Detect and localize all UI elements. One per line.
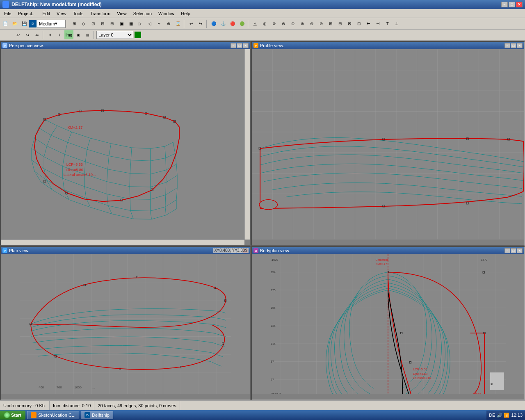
maximize-button[interactable]: □ xyxy=(509,2,515,7)
tb-undo[interactable]: ↩ xyxy=(187,19,196,28)
svg-text:194: 194 xyxy=(271,271,276,274)
separator5 xyxy=(43,31,44,39)
tb-btn27[interactable]: ⊠ xyxy=(345,19,354,28)
tb-btn10[interactable]: ⌖ xyxy=(155,19,164,28)
tb-btn5[interactable]: ⊞ xyxy=(107,19,116,28)
svg-text:Centerline: Centerline xyxy=(375,258,388,261)
tb-btn15[interactable]: 🔴 xyxy=(228,19,237,28)
tb-btn7[interactable]: ▦ xyxy=(126,19,135,28)
tb-btn25[interactable]: ⊞ xyxy=(326,19,335,28)
menu-edit[interactable]: Edit xyxy=(39,9,53,18)
tb-btn11[interactable]: ⊕ xyxy=(164,19,173,28)
tb-btn28[interactable]: ⊡ xyxy=(354,19,363,28)
profile-view: P Profile view. − □ ✕ xyxy=(251,41,525,246)
svg-text:700: 700 xyxy=(57,386,62,389)
bodyplan-svg: -1570 -1309 -1047 -785 -523 -262 Centerl… xyxy=(252,254,524,394)
menu-file[interactable]: File xyxy=(1,9,15,18)
bodyplan-maximize[interactable]: □ xyxy=(511,248,516,253)
tb-btn8[interactable]: ▷ xyxy=(136,19,145,28)
tb-btn20[interactable]: ⊘ xyxy=(279,19,288,28)
layer-select[interactable]: Layer 0 xyxy=(96,31,133,39)
svg-text:136: 136 xyxy=(271,324,276,327)
tb2-btn7[interactable]: ▣ xyxy=(74,30,83,39)
menu-view[interactable]: View xyxy=(53,9,70,18)
profile-minimize[interactable]: − xyxy=(504,43,510,48)
profile-maximize[interactable]: □ xyxy=(511,43,516,48)
layer-color-swatch[interactable] xyxy=(135,32,141,38)
titlebar-controls: − □ ✕ xyxy=(501,2,523,7)
tb-btn2[interactable]: ◇ xyxy=(79,19,88,28)
tb-btn19[interactable]: ⊗ xyxy=(269,19,278,28)
svg-text:Base 0: Base 0 xyxy=(271,392,281,394)
bodyplan-titlebar: B Bodyplan view. − □ ✕ xyxy=(252,247,524,254)
bodyplan-close[interactable]: ✕ xyxy=(517,248,523,253)
menu-transform[interactable]: Transform xyxy=(87,9,114,18)
tb2-btn5[interactable]: ✧ xyxy=(55,30,64,39)
perspective-close[interactable]: ✕ xyxy=(243,43,249,48)
tb-btn21[interactable]: ⊙ xyxy=(288,19,297,28)
tb-btn31[interactable]: ⊤ xyxy=(383,19,392,28)
tb2-btn6[interactable]: img xyxy=(64,30,73,39)
quality-dropdown[interactable]: Medium▾ xyxy=(37,20,66,28)
tb-btn22[interactable]: ⊛ xyxy=(298,19,307,28)
taskbar-delftship[interactable]: D Delftship xyxy=(81,411,113,419)
svg-text:1570: 1570 xyxy=(481,258,488,261)
tb-btn24[interactable]: ⊝ xyxy=(317,19,326,28)
system-tray: DE 🔊 📶 12:13 xyxy=(486,411,525,420)
tb-btn4[interactable]: ⊟ xyxy=(98,19,107,28)
tb-btn23[interactable]: ⊜ xyxy=(307,19,316,28)
bodyplan-minimize[interactable]: − xyxy=(504,248,510,253)
toolbar1: 📄 📂 💾 D Medium▾ ⊞ ◇ ⊡ ⊟ ⊞ ▣ ▦ ▷ ◁ ⌖ ⊕ ⌛ … xyxy=(0,18,525,30)
perspective-maximize[interactable]: □ xyxy=(237,43,242,48)
menu-selection[interactable]: Selection xyxy=(130,9,155,18)
svg-text:Disp=3.68: Disp=3.68 xyxy=(413,372,428,376)
tb-btn17[interactable]: △ xyxy=(251,19,260,28)
tb-btn14[interactable]: ⚓ xyxy=(219,19,228,28)
tb-btn30[interactable]: ⊣ xyxy=(373,19,382,28)
svg-text:97: 97 xyxy=(271,360,274,363)
profile-title: Profile view. xyxy=(260,43,284,48)
tb-btn16[interactable]: 🟢 xyxy=(237,19,247,28)
start-button[interactable]: Start xyxy=(0,411,25,420)
tb-redo[interactable]: ↪ xyxy=(196,19,205,28)
tb2-btn2[interactable]: ↪ xyxy=(23,30,32,39)
app-icon xyxy=(2,1,9,8)
tb2-btn4[interactable]: ✦ xyxy=(46,30,55,39)
tb-btn32[interactable]: ⊥ xyxy=(392,19,401,28)
tb2-btn3[interactable]: ⇐ xyxy=(32,30,41,39)
tb-open[interactable]: 📂 xyxy=(10,19,19,28)
svg-text:▣: ▣ xyxy=(491,382,493,385)
perspective-vscroll[interactable] xyxy=(244,49,250,240)
menu-view2[interactable]: View xyxy=(114,9,130,18)
menu-project[interactable]: Project... xyxy=(15,9,39,18)
tb-btn12[interactable]: ⌛ xyxy=(173,19,183,28)
menu-window[interactable]: Window xyxy=(155,9,178,18)
menu-tools[interactable]: Tools xyxy=(70,9,87,18)
incr-distance: Incr. distance: 0.10 xyxy=(50,401,94,410)
close-button[interactable]: ✕ xyxy=(516,2,523,7)
tb-btn6[interactable]: ▣ xyxy=(117,19,126,28)
perspective-minimize[interactable]: − xyxy=(231,43,236,48)
tb-btn26[interactable]: ⊟ xyxy=(336,19,345,28)
menu-help[interactable]: Help xyxy=(178,9,194,18)
tb2-btn8[interactable]: ▤ xyxy=(83,30,92,39)
tb-btn9[interactable]: ◁ xyxy=(145,19,154,28)
tb-btn18[interactable]: ◎ xyxy=(260,19,269,28)
perspective-hscroll[interactable] xyxy=(1,240,244,245)
perspective-view: P Perspective view. − □ ✕ xyxy=(0,41,251,246)
tb-save[interactable]: 💾 xyxy=(20,19,29,28)
tb-btn29[interactable]: ⊢ xyxy=(364,19,373,28)
tb-btn13[interactable]: 🔵 xyxy=(209,19,218,28)
tb2-btn1[interactable]: ↩ xyxy=(14,30,23,39)
taskbar-sketchucation[interactable]: SketchUcation C... xyxy=(27,411,79,419)
plan-title: Plan view. xyxy=(9,248,30,253)
minimize-button[interactable]: − xyxy=(501,2,508,7)
taskbar-sketchucation-icon xyxy=(31,412,37,418)
profile-close[interactable]: ✕ xyxy=(517,43,523,48)
tb-btn1[interactable]: ⊞ xyxy=(70,19,79,28)
separator2 xyxy=(184,20,185,28)
svg-rect-160 xyxy=(490,372,504,390)
tb-btn3[interactable]: ⊡ xyxy=(89,19,98,28)
tb-new[interactable]: 📄 xyxy=(1,19,10,28)
bodyplan-controls: − □ ✕ xyxy=(504,248,523,253)
